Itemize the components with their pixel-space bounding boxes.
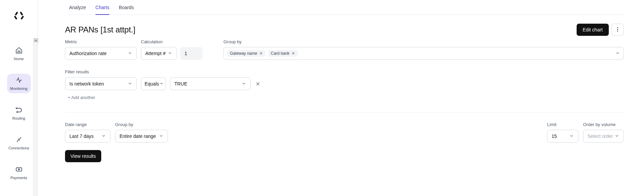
more-vertical-icon bbox=[615, 27, 620, 33]
svg-rect-2 bbox=[16, 168, 22, 171]
filter-field-select[interactable]: Is network token bbox=[65, 77, 137, 90]
filter-op-select[interactable]: Equals bbox=[141, 77, 166, 90]
sidebar-item-connections[interactable]: Connections bbox=[7, 133, 31, 153]
tab-analyze[interactable]: Analyze bbox=[69, 5, 86, 15]
home-icon bbox=[15, 47, 23, 55]
filter-op-value: Equals bbox=[145, 81, 159, 87]
filter-value: TRUE bbox=[174, 81, 187, 87]
groupby-tag: Gateway name ✕ bbox=[227, 50, 265, 57]
sidebar-item-label: Routing bbox=[13, 116, 25, 120]
groupby2-value: Entire date range bbox=[120, 133, 156, 139]
metric-label: Metric bbox=[65, 39, 137, 44]
date-range-label: Date range bbox=[65, 122, 110, 127]
sidebar-item-home[interactable]: Home bbox=[7, 44, 31, 64]
groupby-label: Group by bbox=[223, 39, 624, 44]
edit-chart-button[interactable]: Edit chart bbox=[577, 24, 609, 36]
svg-point-5 bbox=[617, 29, 618, 30]
sidebar: Home Monitoring Routing Connections Paym… bbox=[0, 0, 38, 196]
metric-select[interactable]: Authorization rate bbox=[65, 47, 137, 60]
route-icon bbox=[15, 106, 23, 115]
date-range-value: Last 7 days bbox=[69, 133, 94, 139]
add-filter-button[interactable]: + Add another bbox=[65, 95, 624, 100]
date-range-select[interactable]: Last 7 days bbox=[65, 130, 110, 143]
chevron-down-icon bbox=[159, 81, 164, 87]
chevron-down-icon bbox=[128, 51, 132, 56]
view-results-button[interactable]: View results bbox=[65, 150, 101, 162]
groupby-select[interactable]: Gateway name ✕ Card bank ✕ bbox=[223, 47, 624, 60]
chevron-down-icon bbox=[101, 133, 106, 139]
close-icon: ✕ bbox=[256, 81, 260, 87]
order-label: Order by volume bbox=[583, 122, 624, 127]
tag-label: Card bank bbox=[271, 51, 289, 56]
main-content: Analyze Charts Boards AR PANs [1st attpt… bbox=[38, 0, 644, 196]
chevron-down-icon bbox=[615, 133, 619, 139]
chevron-down-icon bbox=[615, 51, 620, 56]
chart-title: AR PANs [1st attpt.] bbox=[65, 25, 135, 34]
sidebar-scrollbar[interactable] bbox=[33, 42, 38, 196]
chevron-down-icon bbox=[168, 51, 172, 56]
sidebar-item-label: Monitoring bbox=[10, 87, 27, 91]
more-actions-button[interactable] bbox=[611, 24, 624, 36]
order-select[interactable]: Select order bbox=[583, 130, 624, 143]
sidebar-item-payments[interactable]: Payments bbox=[7, 163, 31, 182]
svg-point-4 bbox=[617, 27, 618, 28]
payment-icon bbox=[15, 166, 23, 174]
sidebar-item-monitoring[interactable]: Monitoring bbox=[7, 74, 31, 93]
metric-value: Authorization rate bbox=[69, 51, 107, 56]
filter-field-value: Is network token bbox=[69, 81, 104, 87]
sidebar-item-routing[interactable]: Routing bbox=[7, 103, 31, 123]
calculation-number: 1 bbox=[185, 51, 187, 56]
close-icon[interactable]: ✕ bbox=[292, 51, 295, 56]
groupby2-label: Group by bbox=[115, 122, 168, 127]
sidebar-item-label: Payments bbox=[10, 176, 27, 180]
calculation-select[interactable]: Attempt # bbox=[141, 47, 177, 60]
limit-select[interactable]: 15 bbox=[547, 130, 578, 143]
plug-icon bbox=[15, 136, 23, 145]
logo bbox=[13, 10, 25, 24]
calculation-number-input[interactable]: 1 bbox=[180, 47, 202, 60]
chevron-down-icon bbox=[569, 133, 574, 139]
chevron-down-icon bbox=[128, 81, 132, 87]
filter-value-select[interactable]: TRUE bbox=[170, 77, 251, 90]
svg-point-6 bbox=[617, 30, 618, 31]
tag-label: Gateway name bbox=[230, 51, 257, 56]
sidebar-item-label: Home bbox=[14, 57, 24, 61]
divider bbox=[65, 112, 624, 113]
groupby2-select[interactable]: Entire date range bbox=[115, 130, 168, 143]
close-icon[interactable]: ✕ bbox=[259, 51, 263, 56]
filter-label: Filter results bbox=[65, 69, 89, 74]
sidebar-item-label: Connections bbox=[8, 146, 29, 150]
calculation-label: Calculation bbox=[141, 39, 202, 44]
order-placeholder: Select order bbox=[587, 133, 613, 139]
svg-point-3 bbox=[18, 169, 20, 170]
limit-label: Limit bbox=[547, 122, 578, 127]
groupby-tag: Card bank ✕ bbox=[268, 50, 298, 57]
remove-filter-button[interactable]: ✕ bbox=[255, 81, 261, 87]
tab-boards[interactable]: Boards bbox=[119, 5, 134, 15]
chevron-down-icon bbox=[159, 133, 164, 139]
limit-value: 15 bbox=[552, 133, 557, 139]
calculation-value: Attempt # bbox=[145, 51, 166, 56]
chevron-down-icon bbox=[241, 81, 246, 87]
tabs: Analyze Charts Boards bbox=[69, 0, 624, 15]
tab-charts[interactable]: Charts bbox=[95, 5, 109, 15]
activity-icon bbox=[15, 76, 23, 85]
